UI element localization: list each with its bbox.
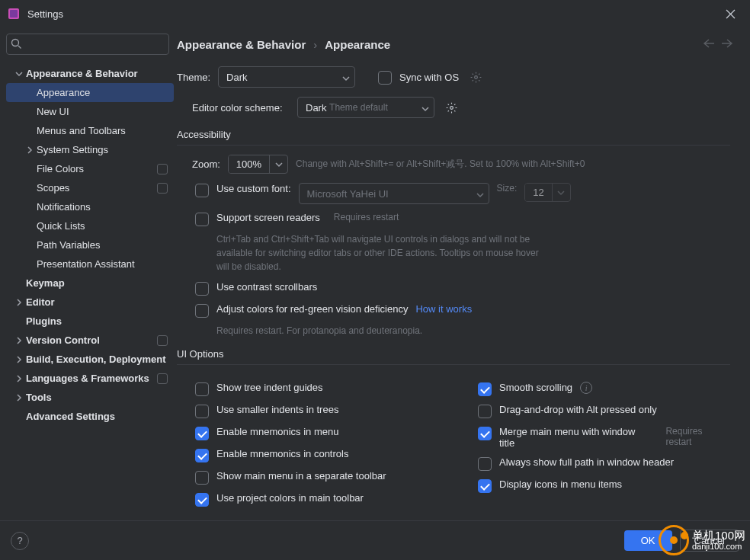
sidebar-item-advanced-settings[interactable]: Advanced Settings [6,407,174,426]
full_path-label: Always show full path in window header [499,456,674,468]
merge_menu-checkbox[interactable] [478,427,492,440]
how-it-works-link[interactable]: How it works [415,303,472,315]
nav-forward-icon[interactable] [721,39,733,50]
zoom-spinner[interactable]: 100% [228,155,288,174]
sidebar-item-label: Plugins [26,315,174,327]
sidebar-item-label: Version Control [26,334,157,346]
svg-point-4 [450,106,453,109]
watermark: 单机100网danji100.com [659,525,745,555]
screen-readers-checkbox[interactable] [195,213,209,226]
color-deficiency-desc: Requires restart. For protanopia and deu… [216,324,544,338]
nav-back-icon[interactable] [703,39,715,50]
sidebar-item-plugins[interactable]: Plugins [6,312,174,331]
chevron-right-icon[interactable] [23,146,37,154]
sidebar-item-label: System Settings [37,144,174,155]
sidebar-item-presentation-assistant[interactable]: Presentation Assistant [6,254,174,274]
sidebar-item-build-execution-deployment[interactable]: Build, Execution, Deployment [6,350,174,369]
chevron-down-icon[interactable] [552,184,570,201]
svg-point-2 [12,40,19,46]
search-input[interactable] [6,34,169,55]
chevron-right-icon[interactable] [12,356,26,363]
chevron-right-icon[interactable] [12,337,26,344]
font-select[interactable]: Microsoft YaHei UI [299,183,489,204]
tree_guides-label: Show tree indent guides [216,382,322,393]
screen-readers-label: Support screen readers [216,212,320,223]
watermark-logo-icon [659,525,689,555]
sidebar-item-version-control[interactable]: Version Control [6,331,174,350]
custom-font-checkbox[interactable] [195,184,209,197]
scheme-label: Editor color scheme: [192,102,290,114]
sidebar-item-quick-lists[interactable]: Quick Lists [6,216,174,235]
sep_toolbar-label: Show main menu in a separate toolbar [216,470,386,482]
font-size-label: Size: [497,183,518,194]
project-badge-icon [157,164,168,174]
contrast-scrollbars-label: Use contrast scrollbars [216,281,317,293]
scheme-gear-icon[interactable] [442,98,460,117]
help-button[interactable]: ? [11,532,29,550]
small_indents-checkbox[interactable] [195,405,209,418]
sidebar-item-system-settings[interactable]: System Settings [6,140,174,159]
close-button[interactable] [718,2,742,26]
settings-tree[interactable]: Appearance & BehaviorAppearanceNew UIMen… [6,64,174,514]
breadcrumb-parent: Appearance & Behavior [177,38,306,51]
chevron-right-icon[interactable] [12,375,26,382]
screen-readers-desc: Ctrl+Tab and Ctrl+Shift+Tab will navigat… [216,232,544,274]
svg-rect-1 [10,10,18,18]
chevron-down-icon[interactable] [269,155,287,173]
smooth-checkbox[interactable] [478,382,492,396]
color-deficiency-label: Adjust colors for red-green vision defic… [216,303,408,315]
dnd_alt-label: Drag-and-drop with Alt pressed only [499,404,657,415]
breadcrumb-current: Appearance [325,38,390,51]
dnd_alt-checkbox[interactable] [478,405,492,418]
sidebar-item-languages-frameworks[interactable]: Languages & Frameworks [6,369,174,388]
sidebar-item-menus-and-toolbars[interactable]: Menus and Toolbars [6,121,174,140]
sep_toolbar-checkbox[interactable] [195,471,209,485]
scheme-select[interactable]: Dark Theme default [297,97,434,118]
chevron-right-icon[interactable] [12,299,26,306]
sidebar-item-label: Build, Execution, Deployment [26,354,174,365]
sidebar-item-appearance[interactable]: Appearance [6,83,174,102]
tree_guides-checkbox[interactable] [195,382,209,396]
info-icon[interactable]: i [580,382,592,394]
sidebar-item-label: New UI [37,106,174,117]
small_indents-label: Use smaller indents in trees [216,404,338,415]
sidebar-item-label: Menus and Toolbars [37,125,174,136]
sidebar-item-appearance-behavior[interactable]: Appearance & Behavior [6,64,174,83]
theme-select[interactable]: Dark [218,66,355,88]
sidebar-item-notifications[interactable]: Notifications [6,197,174,216]
mnem_menu-checkbox[interactable] [195,427,209,440]
sidebar-item-label: Quick Lists [37,220,174,232]
chevron-down-icon [476,190,484,201]
proj_colors-label: Use project colors in main toolbar [216,492,364,504]
sidebar-item-file-colors[interactable]: File Colors [6,159,174,178]
chevron-down-icon[interactable] [12,70,26,78]
icons_menu-checkbox[interactable] [478,479,492,493]
sidebar-item-keymap[interactable]: Keymap [6,274,174,293]
sidebar-item-new-ui[interactable]: New UI [6,102,174,121]
chevron-right-icon[interactable] [12,394,26,402]
color-deficiency-checkbox[interactable] [195,304,209,318]
proj_colors-checkbox[interactable] [195,493,209,507]
breadcrumb-sep: › [313,38,317,51]
contrast-scrollbars-checkbox[interactable] [195,282,209,296]
font-size-spinner[interactable]: 12 [524,183,570,202]
restart-hint: Requires restart [334,212,399,222]
sync-os-checkbox[interactable] [378,71,392,85]
zoom-label: Zoom: [192,158,220,170]
breadcrumb: Appearance & Behavior › Appearance [177,38,390,51]
mnem_ctrl-checkbox[interactable] [195,449,209,462]
sidebar-item-tools[interactable]: Tools [6,388,174,407]
sidebar-item-label: File Colors [37,163,157,174]
project-badge-icon [157,183,168,194]
sidebar-item-label: Editor [26,296,174,308]
full_path-checkbox[interactable] [478,457,492,471]
sidebar-item-editor[interactable]: Editor [6,293,174,312]
sync-os-gear-icon[interactable] [466,68,485,86]
sidebar-item-path-variables[interactable]: Path Variables [6,235,174,254]
custom-font-label: Use custom font: [216,183,291,194]
mnem_menu-label: Enable mnemonics in menu [216,426,338,437]
sidebar-item-label: Languages & Frameworks [26,373,157,384]
sidebar-item-scopes[interactable]: Scopes [6,178,174,197]
merge_menu-label: Merge main menu with window title [499,426,652,449]
section-ui-options: UI Options [177,348,730,365]
